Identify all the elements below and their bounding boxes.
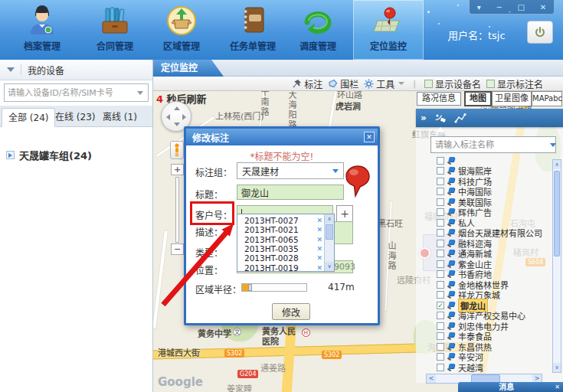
dialog-close-icon[interactable]: ✕ [364, 132, 375, 142]
scroll-down-icon[interactable]: ∨ [325, 262, 334, 271]
checkbox[interactable] [437, 322, 444, 330]
annotation-list-item[interactable]: 东昌供热 [437, 341, 552, 352]
message-panel-header[interactable]: 消息 ✕ [458, 382, 563, 392]
annotation-list-item[interactable]: 刘忠伟电力井 [437, 321, 552, 332]
pan-right-icon[interactable] [182, 114, 186, 120]
maximize-icon[interactable]: □ [518, 1, 525, 14]
dropdown-scrollbar[interactable]: ∧ ∨ [324, 214, 334, 271]
annotation-search-input[interactable] [431, 140, 550, 150]
pan-down-icon[interactable] [174, 122, 180, 126]
checkbox[interactable] [437, 188, 444, 195]
checkbox[interactable] [437, 364, 444, 371]
panel-collapse-icon[interactable]: » [421, 109, 427, 126]
tab-location-monitoring[interactable]: 定位监控 [153, 60, 224, 77]
annotation-list-item[interactable]: 祥龙万象城 [437, 290, 552, 301]
show-annotation-name-checkbox[interactable] [486, 80, 495, 88]
checkbox[interactable] [437, 219, 444, 227]
radius-slider[interactable] [241, 283, 307, 292]
checkbox[interactable] [437, 343, 444, 351]
maptype-mapabc-button[interactable]: MAPabc [532, 91, 562, 106]
device-search-input[interactable] [5, 88, 137, 98]
annotation-list-item[interactable]: 中海国际 [437, 187, 552, 198]
show-device-name-checkbox[interactable] [424, 80, 433, 88]
dropdown-option[interactable]: 2013HT-0019✕ [237, 263, 324, 273]
collapse-down-icon[interactable] [7, 67, 15, 72]
zoom-out-button[interactable]: − [171, 243, 184, 255]
annotation-list-item[interactable] [437, 155, 552, 166]
tree-expand-icon[interactable] [6, 151, 15, 159]
checkbox[interactable] [437, 167, 444, 175]
annotation-list-item[interactable]: 辉伟广告 [437, 207, 552, 218]
tab-online-devices[interactable]: 在线 (23) [49, 108, 101, 127]
device-search-box[interactable] [4, 83, 149, 102]
nav-contract-management[interactable]: 合同管理 [80, 0, 149, 60]
annotation-list-item[interactable]: 通海新城 [437, 249, 552, 260]
checkbox[interactable] [437, 198, 444, 206]
fence-tool[interactable]: 围栏 [328, 77, 358, 90]
annotation-balloon-marker[interactable] [345, 165, 371, 201]
scroll-left-icon[interactable]: < [427, 374, 436, 383]
minimize-icon[interactable]: − [496, 1, 502, 14]
annotation-group-select[interactable]: 天晟建材 [237, 162, 344, 179]
dropdown-option[interactable]: 2013HT-0021✕ [237, 225, 324, 234]
tab-offline-devices[interactable]: 离线 (1) [97, 108, 143, 127]
scrollbar-thumb[interactable] [554, 171, 560, 256]
checkbox[interactable] [437, 291, 444, 299]
checkbox[interactable] [437, 208, 444, 216]
checkbox[interactable] [437, 281, 444, 289]
route-measure-icon[interactable] [454, 113, 466, 123]
remove-icon[interactable]: ✕ [316, 236, 322, 243]
annotation-list-item[interactable]: 辛安河 [437, 352, 552, 363]
scroll-down-icon[interactable]: ∨ [553, 363, 561, 372]
scroll-up-icon[interactable]: ∧ [553, 160, 561, 169]
remove-icon[interactable]: ✕ [316, 226, 322, 234]
nav-archive-management[interactable]: 档案管理 [8, 0, 77, 60]
nav-area-management[interactable]: 区域管理 [147, 0, 216, 60]
remove-icon[interactable]: ✕ [316, 245, 322, 253]
annotation-list-item[interactable]: 紫金山庄 [437, 259, 552, 270]
chevron-down-icon[interactable] [550, 143, 556, 147]
close-icon[interactable]: ✕ [540, 1, 546, 14]
remove-icon[interactable]: ✕ [316, 254, 322, 262]
annotation-list-item[interactable]: 科技广场 [437, 176, 552, 187]
annotation-list-item[interactable]: 天越湾 [437, 362, 552, 373]
maptype-satellite-button[interactable]: 卫星图像 [492, 91, 532, 106]
checkbox[interactable] [437, 260, 444, 268]
close-icon[interactable]: ✕ [555, 384, 560, 390]
checkbox[interactable] [437, 178, 444, 185]
pan-up-icon[interactable] [174, 106, 180, 110]
show-device-name-toggle[interactable]: 显示设备名 [424, 77, 481, 90]
annotation-list-item[interactable]: 烟台天晟建材有限公司 [437, 228, 552, 239]
zoom-in-button[interactable]: + [171, 164, 184, 175]
dropdown-option[interactable]: 2013HT-0028✕ [237, 253, 324, 263]
scrollbar-thumb[interactable] [326, 224, 333, 240]
slider-handle[interactable] [248, 284, 252, 291]
maptype-map-button[interactable]: 地图 [464, 91, 492, 106]
dial og-header[interactable]: 修改标注 ✕ [186, 129, 378, 145]
annotation-list-item[interactable]: 融科迩海 [437, 238, 552, 249]
pan-left-icon[interactable] [166, 114, 170, 120]
traffic-info-button[interactable]: 路况信息 [417, 92, 461, 106]
street-view-pegman[interactable] [170, 141, 184, 159]
dropdown-option[interactable]: 2013HT-0027✕ [237, 216, 324, 225]
nav-task-order-management[interactable]: 任务单管理 [218, 0, 287, 60]
remove-icon[interactable]: ✕ [316, 217, 322, 224]
dropdown-option[interactable]: 2013HT-0065✕ [237, 235, 324, 244]
nav-dispatch-management[interactable]: 调度管理 [283, 0, 352, 60]
checkbox[interactable] [437, 240, 444, 247]
add-customer-button[interactable]: + [336, 205, 353, 222]
checkbox[interactable] [437, 353, 444, 361]
satellite-icon[interactable] [434, 113, 447, 123]
checkbox[interactable] [437, 250, 444, 257]
modify-submit-button[interactable]: 修改 [272, 303, 310, 320]
chevron-down-icon[interactable] [137, 91, 143, 95]
checkbox[interactable] [437, 229, 444, 237]
annotation-list-item[interactable]: 银海熙岸 [437, 166, 552, 177]
checkbox[interactable] [437, 332, 444, 340]
checkbox[interactable] [437, 157, 444, 165]
device-group-tree-item[interactable]: 天晟罐车组(24) [6, 148, 92, 162]
annotation-list-item[interactable]: 丰泰食品 [437, 332, 552, 342]
dropdown-option[interactable]: 2013HT-0035✕ [237, 244, 324, 253]
scroll-up-icon[interactable]: ∧ [325, 214, 334, 224]
window-menu-icon[interactable]: ▾ [477, 1, 481, 14]
